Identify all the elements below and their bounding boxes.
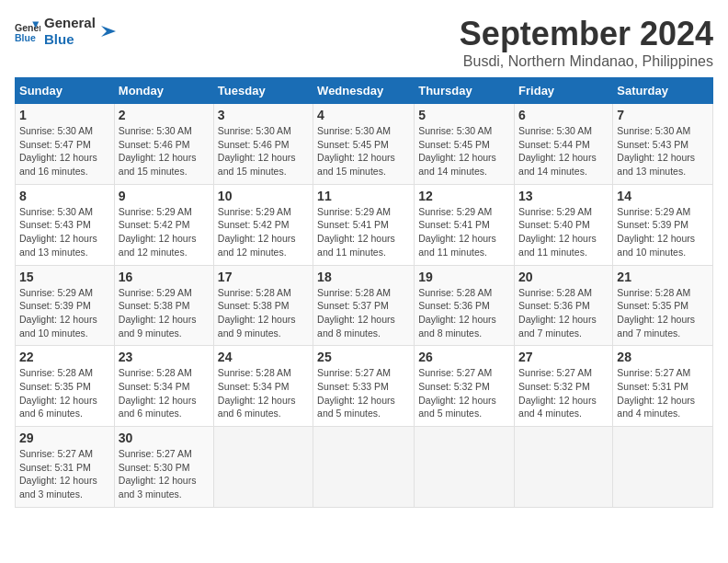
calendar-day-23: 23Sunrise: 5:28 AMSunset: 5:34 PMDayligh…	[114, 346, 213, 427]
calendar-day-empty	[313, 427, 415, 508]
weekday-header-row: SundayMondayTuesdayWednesdayThursdayFrid…	[16, 78, 713, 104]
calendar-day-22: 22Sunrise: 5:28 AMSunset: 5:35 PMDayligh…	[16, 346, 115, 427]
calendar-day-21: 21Sunrise: 5:28 AMSunset: 5:35 PMDayligh…	[613, 265, 713, 346]
calendar-day-30: 30Sunrise: 5:27 AMSunset: 5:30 PMDayligh…	[114, 427, 213, 508]
calendar-day-16: 16Sunrise: 5:29 AMSunset: 5:38 PMDayligh…	[114, 265, 213, 346]
calendar-day-12: 12Sunrise: 5:29 AMSunset: 5:41 PMDayligh…	[415, 184, 515, 265]
calendar-day-28: 28Sunrise: 5:27 AMSunset: 5:31 PMDayligh…	[613, 346, 713, 427]
location-title: Busdi, Northern Mindanao, Philippines	[460, 53, 713, 70]
weekday-header-monday: Monday	[114, 78, 213, 104]
weekday-header-saturday: Saturday	[613, 78, 713, 104]
calendar-day-empty	[415, 427, 515, 508]
calendar-day-27: 27Sunrise: 5:27 AMSunset: 5:32 PMDayligh…	[515, 346, 613, 427]
calendar-day-14: 14Sunrise: 5:29 AMSunset: 5:39 PMDayligh…	[613, 184, 713, 265]
svg-text:Blue: Blue	[15, 32, 36, 43]
calendar-day-10: 10Sunrise: 5:29 AMSunset: 5:42 PMDayligh…	[213, 184, 313, 265]
calendar-week-4: 22Sunrise: 5:28 AMSunset: 5:35 PMDayligh…	[16, 346, 713, 427]
logo-arrow-icon	[99, 22, 118, 40]
calendar-day-6: 6Sunrise: 5:30 AMSunset: 5:44 PMDaylight…	[515, 104, 613, 185]
calendar-day-8: 8Sunrise: 5:30 AMSunset: 5:43 PMDaylight…	[16, 184, 115, 265]
calendar-day-26: 26Sunrise: 5:27 AMSunset: 5:32 PMDayligh…	[415, 346, 515, 427]
calendar-day-19: 19Sunrise: 5:28 AMSunset: 5:36 PMDayligh…	[415, 265, 515, 346]
calendar-day-20: 20Sunrise: 5:28 AMSunset: 5:36 PMDayligh…	[515, 265, 613, 346]
calendar-day-empty	[613, 427, 713, 508]
calendar-day-2: 2Sunrise: 5:30 AMSunset: 5:46 PMDaylight…	[114, 104, 213, 185]
calendar-day-empty	[515, 427, 613, 508]
logo: General Blue General Blue	[15, 15, 118, 48]
calendar-day-18: 18Sunrise: 5:28 AMSunset: 5:37 PMDayligh…	[313, 265, 415, 346]
weekday-header-wednesday: Wednesday	[313, 78, 415, 104]
weekday-header-thursday: Thursday	[415, 78, 515, 104]
calendar-day-17: 17Sunrise: 5:28 AMSunset: 5:38 PMDayligh…	[213, 265, 313, 346]
weekday-header-friday: Friday	[515, 78, 613, 104]
calendar-day-4: 4Sunrise: 5:30 AMSunset: 5:45 PMDaylight…	[313, 104, 415, 185]
calendar-day-25: 25Sunrise: 5:27 AMSunset: 5:33 PMDayligh…	[313, 346, 415, 427]
month-title: September 2024	[460, 15, 713, 53]
calendar-day-1: 1Sunrise: 5:30 AMSunset: 5:47 PMDaylight…	[16, 104, 115, 185]
calendar-day-13: 13Sunrise: 5:29 AMSunset: 5:40 PMDayligh…	[515, 184, 613, 265]
calendar-table: SundayMondayTuesdayWednesdayThursdayFrid…	[15, 77, 713, 508]
calendar-day-9: 9Sunrise: 5:29 AMSunset: 5:42 PMDaylight…	[114, 184, 213, 265]
calendar-day-5: 5Sunrise: 5:30 AMSunset: 5:45 PMDaylight…	[415, 104, 515, 185]
calendar-day-11: 11Sunrise: 5:29 AMSunset: 5:41 PMDayligh…	[313, 184, 415, 265]
calendar-week-3: 15Sunrise: 5:29 AMSunset: 5:39 PMDayligh…	[16, 265, 713, 346]
svg-marker-3	[101, 26, 116, 37]
logo-text-blue: Blue	[44, 31, 96, 48]
logo-text-general: General	[44, 15, 96, 31]
page-header: General Blue General Blue September 2024…	[15, 15, 713, 70]
calendar-week-5: 29Sunrise: 5:27 AMSunset: 5:31 PMDayligh…	[16, 427, 713, 508]
calendar-day-24: 24Sunrise: 5:28 AMSunset: 5:34 PMDayligh…	[213, 346, 313, 427]
calendar-day-empty	[213, 427, 313, 508]
logo-icon: General Blue	[15, 18, 40, 44]
calendar-day-3: 3Sunrise: 5:30 AMSunset: 5:46 PMDaylight…	[213, 104, 313, 185]
weekday-header-tuesday: Tuesday	[213, 78, 313, 104]
weekday-header-sunday: Sunday	[16, 78, 115, 104]
title-area: September 2024 Busdi, Northern Mindanao,…	[460, 15, 713, 70]
calendar-week-2: 8Sunrise: 5:30 AMSunset: 5:43 PMDaylight…	[16, 184, 713, 265]
calendar-day-29: 29Sunrise: 5:27 AMSunset: 5:31 PMDayligh…	[16, 427, 115, 508]
calendar-day-7: 7Sunrise: 5:30 AMSunset: 5:43 PMDaylight…	[613, 104, 713, 185]
calendar-week-1: 1Sunrise: 5:30 AMSunset: 5:47 PMDaylight…	[16, 104, 713, 185]
calendar-day-15: 15Sunrise: 5:29 AMSunset: 5:39 PMDayligh…	[16, 265, 115, 346]
